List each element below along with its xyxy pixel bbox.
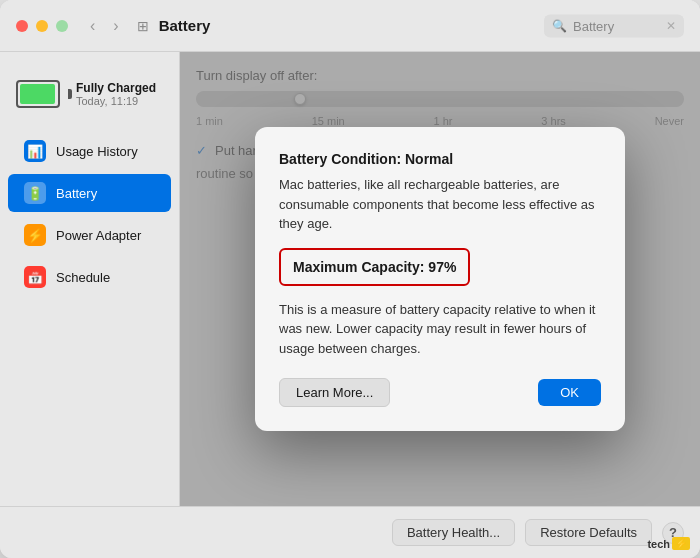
minimize-button[interactable] [36,20,48,32]
battery-status-widget: Fully Charged Today, 11:19 [0,68,179,120]
modal-overlay: Battery Condition: Normal Mac batteries,… [180,52,700,506]
capacity-description: This is a measure of battery capacity re… [279,300,601,359]
capacity-box: Maximum Capacity: 97% [279,248,470,286]
sidebar: Fully Charged Today, 11:19 📊 Usage Histo… [0,52,180,506]
search-input-text[interactable]: Battery [573,18,660,33]
search-icon: 🔍 [552,19,567,33]
close-button[interactable] [16,20,28,32]
sidebar-item-schedule[interactable]: 📅 Schedule [8,258,171,296]
sidebar-item-label: Schedule [56,270,110,285]
main-content: Fully Charged Today, 11:19 📊 Usage Histo… [0,52,700,506]
titlebar-title: Battery [159,17,211,34]
battery-status-label: Fully Charged [76,81,156,95]
sidebar-item-label: Usage History [56,144,138,159]
modal-buttons: Learn More... OK [279,378,601,407]
back-button[interactable]: ‹ [84,15,101,37]
capacity-text: Maximum Capacity: 97% [293,259,456,275]
modal-description: Mac batteries, like all rechargeable bat… [279,175,601,234]
maximize-button[interactable] [56,20,68,32]
schedule-icon: 📅 [24,266,46,288]
sidebar-item-power-adapter[interactable]: ⚡ Power Adapter [8,216,171,254]
battery-icon: 🔋 [24,182,46,204]
right-panel: Turn display off after: 1 min 15 min 1 h… [180,52,700,506]
sidebar-item-usage-history[interactable]: 📊 Usage History [8,132,171,170]
battery-status-text: Fully Charged Today, 11:19 [76,81,156,107]
titlebar: ‹ › ⊞ Battery 🔍 Battery ✕ [0,0,700,52]
usage-history-icon: 📊 [24,140,46,162]
modal-dialog: Battery Condition: Normal Mac batteries,… [255,127,625,431]
sidebar-item-label: Power Adapter [56,228,141,243]
bottom-bar: Battery Health... Restore Defaults ? [0,506,700,558]
sidebar-item-label: Battery [56,186,97,201]
grid-icon: ⊞ [137,18,149,34]
traffic-lights [16,20,68,32]
watermark: tech ⚡ [647,537,690,550]
search-box[interactable]: 🔍 Battery ✕ [544,14,684,37]
nav-buttons: ‹ › [84,15,125,37]
modal-title: Battery Condition: Normal [279,151,601,167]
restore-defaults-button[interactable]: Restore Defaults [525,519,652,546]
watermark-text: tech [647,538,670,550]
battery-health-button[interactable]: Battery Health... [392,519,515,546]
search-clear-icon[interactable]: ✕ [666,19,676,33]
battery-status-time: Today, 11:19 [76,95,156,107]
watermark-bolt-icon: ⚡ [672,537,690,550]
window: ‹ › ⊞ Battery 🔍 Battery ✕ Fully Charged [0,0,700,558]
learn-more-button[interactable]: Learn More... [279,378,390,407]
forward-button[interactable]: › [107,15,124,37]
sidebar-item-battery[interactable]: 🔋 Battery [8,174,171,212]
power-adapter-icon: ⚡ [24,224,46,246]
battery-icon-large [16,80,66,108]
ok-button[interactable]: OK [538,379,601,406]
